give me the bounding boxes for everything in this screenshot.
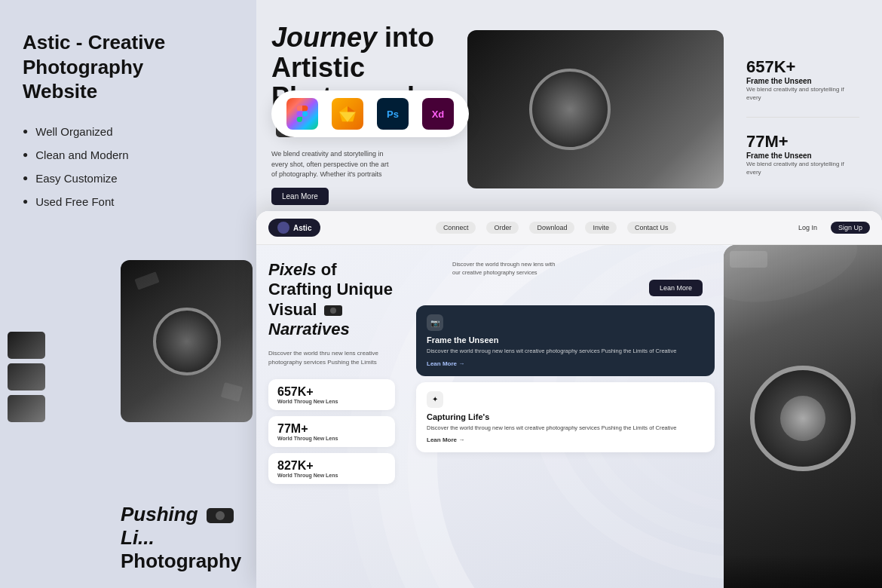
mockup-main-headline: Pixels of Crafting Unique Visual Narrati…	[268, 260, 395, 340]
sketch-icon	[332, 98, 363, 130]
thumb-img-3	[8, 395, 45, 422]
thumb-item-3	[8, 395, 45, 422]
mockup-center-column: Discover the world through new lens with…	[407, 245, 724, 588]
nav-link-contact[interactable]: Contact Us	[627, 222, 676, 234]
card2-link[interactable]: Lean More →	[427, 436, 704, 443]
hero-description: We blend creativity and storytelling in …	[271, 149, 392, 180]
feature-cards: 📷 Frame the Unseen Discover the world th…	[416, 305, 715, 452]
card1-link[interactable]: Lean More →	[427, 360, 704, 367]
lean-more-hero-button[interactable]: Lean More	[271, 188, 329, 205]
nav-link-invite[interactable]: Invite	[585, 222, 617, 234]
feature-item-3: Easy Customize	[23, 172, 234, 185]
feature-list: Well Organized Clean and Modern Easy Cus…	[23, 125, 234, 208]
mockup-stat-2: 77M+ World Throug New Lens	[268, 416, 395, 447]
nav-login-button[interactable]: Log In	[791, 222, 825, 234]
mockup-desc-text: Discover the world through new lens with…	[452, 260, 558, 277]
feature-item-1: Well Organized	[23, 125, 234, 138]
mockup-right-column: ↗ on new lens creativethe Limits of	[724, 245, 882, 588]
nav-link-connect[interactable]: Connect	[436, 222, 476, 234]
photoshop-icon: Ps	[377, 98, 409, 130]
left-panel: Astic - Creative Photography Website Wel…	[0, 0, 256, 588]
feature-item-4: Used Free Font	[23, 195, 234, 208]
bottom-italic-text: Pushing Li... Photography	[121, 503, 256, 573]
nav-link-order[interactable]: Order	[486, 222, 519, 234]
stat-divider	[746, 117, 859, 118]
main-title: Astic - Creative Photography Website	[23, 30, 234, 104]
feature-card-capturing: ✦ Capturing Life's Discover the world th…	[416, 382, 715, 453]
stat-item-1: 657K+ Frame the Unseen We blend creativi…	[746, 57, 859, 102]
figma-icon	[286, 98, 318, 130]
camera-shatter-image	[121, 260, 253, 422]
thumbnails-left	[8, 332, 45, 422]
main-mockup: Astic Connect Order Download Invite Cont…	[256, 211, 882, 588]
nav-signup-button[interactable]: Sign Up	[831, 222, 870, 234]
hero-camera-image	[467, 30, 724, 188]
thumb-item-2	[8, 363, 45, 390]
mockup-stat-1: 657K+ World Throug New Lens	[268, 379, 395, 410]
nav-actions: Log In Sign Up	[791, 222, 870, 234]
mockup-stat-cards: 657K+ World Throug New Lens 77M+ World T…	[268, 379, 395, 484]
frame-unseen-icon: 📷	[427, 314, 443, 331]
tools-pill: Ps Xd	[271, 90, 469, 137]
feature-item-2: Clean and Modern	[23, 149, 234, 161]
feature-card-frame-unseen: 📷 Frame the Unseen Discover the world th…	[416, 305, 715, 376]
thumb-img-2	[8, 363, 45, 390]
thumb-img-1	[8, 332, 45, 359]
nav-links: Connect Order Download Invite Contact Us	[332, 222, 778, 234]
nav-link-download[interactable]: Download	[529, 222, 574, 234]
mockup-content: Pixels of Crafting Unique Visual Narrati…	[256, 245, 882, 588]
mockup-stat-3: 827K+ World Throug New Lens	[268, 453, 395, 484]
nav-logo: Astic	[268, 219, 320, 237]
stat-item-2: 77M+ Frame the Unseen We blend creativit…	[746, 132, 859, 176]
xd-icon: Xd	[422, 98, 454, 130]
mockup-navbar: Astic Connect Order Download Invite Cont…	[256, 211, 882, 245]
thumb-item-1	[8, 332, 45, 359]
hero-stats: 657K+ Frame the Unseen We blend creativi…	[739, 23, 859, 204]
capturing-icon: ✦	[427, 391, 443, 408]
mockup-left-column: Pixels of Crafting Unique Visual Narrati…	[256, 245, 407, 588]
nav-logo-dot	[277, 222, 289, 234]
mockup-subtext: Discover the world thru new lens creativ…	[268, 349, 395, 367]
big-camera-image	[724, 245, 882, 588]
lean-more-mockup-button[interactable]: Lean More	[649, 280, 703, 296]
